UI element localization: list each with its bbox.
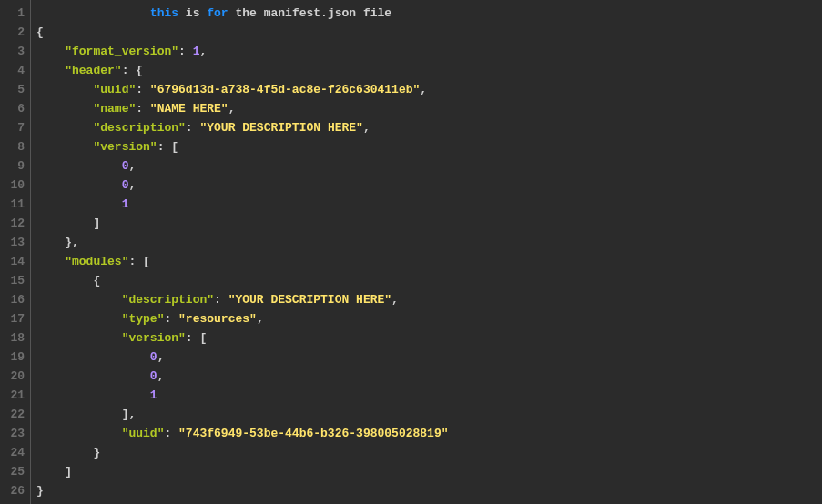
token-punc: : (136, 83, 150, 96)
code-line[interactable]: 0, (36, 176, 822, 195)
line-number: 17 (4, 309, 25, 328)
token-punc: , (391, 293, 399, 307)
token-key: "version" (93, 140, 157, 154)
token-str: "6796d13d-a738-4f5d-ac8e-f26c630411eb" (150, 83, 420, 96)
token-ind (36, 102, 93, 116)
line-number: 18 (4, 328, 25, 348)
code-line[interactable]: "type": "resources", (36, 309, 822, 328)
token-key: "uuid" (93, 83, 136, 96)
code-line[interactable]: "uuid": "743f6949-53be-44b6-b326-3980050… (36, 424, 822, 443)
token-ind (36, 140, 93, 154)
code-line[interactable]: "format_version": 1, (36, 42, 822, 61)
code-line[interactable]: "modules": [ (36, 252, 822, 271)
line-number: 10 (4, 176, 25, 195)
token-kw: for (207, 6, 228, 20)
token-str: "resources" (178, 312, 257, 326)
token-punc: } (36, 484, 44, 498)
code-line[interactable]: "description": "YOUR DESCRIPTION HERE", (36, 290, 822, 309)
token-punc: : [ (186, 331, 207, 345)
code-line[interactable]: } (36, 481, 822, 500)
code-line[interactable]: }, (36, 233, 822, 252)
code-line[interactable]: "name": "NAME HERE", (36, 99, 822, 118)
line-number: 7 (4, 118, 25, 137)
line-number: 20 (4, 367, 25, 386)
token-ind (36, 312, 122, 326)
token-punc: }, (65, 236, 79, 249)
token-punc: , (157, 369, 165, 383)
code-line[interactable]: 1 (36, 386, 822, 405)
token-ind (36, 388, 150, 402)
token-punc: { (36, 25, 44, 39)
line-number: 19 (4, 348, 25, 367)
token-punc: ] (65, 465, 72, 479)
token-str: "YOUR DESCRIPTION HERE" (228, 293, 391, 307)
token-punc: { (93, 274, 100, 287)
code-line[interactable]: 0, (36, 156, 822, 176)
token-ind (36, 465, 65, 479)
line-number: 13 (4, 233, 25, 252)
code-line[interactable]: { (36, 23, 822, 42)
token-str: "YOUR DESCRIPTION HERE" (199, 121, 362, 135)
code-line[interactable]: 1 (36, 195, 822, 214)
line-number: 6 (4, 99, 25, 118)
token-ind (36, 350, 150, 364)
token-punc: : (164, 427, 178, 440)
token-key: "description" (93, 121, 185, 135)
code-line[interactable]: "header": { (36, 61, 822, 80)
token-num: 0 (150, 350, 157, 364)
token-num: 0 (150, 369, 157, 383)
line-number: 26 (4, 481, 25, 500)
token-id: is (178, 6, 207, 20)
code-line[interactable]: } (36, 443, 822, 462)
token-ind (36, 45, 65, 58)
token-ind (36, 217, 93, 230)
line-number: 4 (4, 61, 25, 80)
token-str: "NAME HERE" (150, 102, 228, 116)
token-ind (36, 255, 65, 268)
code-line[interactable]: "version": [ (36, 137, 822, 156)
code-area[interactable]: this is for the manifest.json file{ "for… (31, 0, 822, 504)
line-number: 1 (4, 4, 25, 23)
token-punc: ], (122, 408, 137, 421)
token-punc: : { (122, 64, 143, 77)
token-punc: : [ (128, 255, 149, 268)
code-line[interactable]: 0, (36, 367, 822, 386)
token-ind (36, 293, 122, 307)
line-number: 25 (4, 462, 25, 481)
token-ind (36, 408, 122, 421)
token-punc: , (199, 45, 207, 58)
code-line[interactable]: 0, (36, 348, 822, 367)
token-ind (36, 121, 93, 135)
line-number: 3 (4, 42, 25, 61)
line-number: 11 (4, 195, 25, 214)
token-key: "description" (122, 293, 214, 307)
token-punc: , (128, 159, 136, 173)
code-line[interactable]: "uuid": "6796d13d-a738-4f5d-ac8e-f26c630… (36, 80, 822, 99)
token-str: "743f6949-53be-44b6-b326-398005028819" (178, 427, 448, 440)
line-number: 2 (4, 23, 25, 42)
token-punc: : (164, 312, 178, 326)
token-punc: : (136, 102, 150, 116)
code-line[interactable]: ], (36, 405, 822, 424)
line-number: 14 (4, 252, 25, 271)
line-number: 12 (4, 214, 25, 233)
token-ind (36, 83, 93, 96)
token-punc: } (93, 446, 100, 459)
code-line[interactable]: ] (36, 214, 822, 233)
token-key: "version" (122, 331, 186, 345)
token-ind (36, 274, 93, 287)
code-line[interactable]: { (36, 271, 822, 290)
token-key: "type" (122, 312, 165, 326)
code-line[interactable]: ] (36, 462, 822, 481)
code-editor[interactable]: 1234567891011121314151617181920212223242… (0, 0, 822, 504)
line-number: 22 (4, 405, 25, 424)
code-line[interactable]: "description": "YOUR DESCRIPTION HERE", (36, 118, 822, 137)
token-punc: : (178, 45, 193, 58)
line-number: 15 (4, 271, 25, 290)
line-number: 9 (4, 156, 25, 176)
code-line[interactable]: this is for the manifest.json file (36, 4, 822, 23)
code-line[interactable]: "version": [ (36, 328, 822, 348)
line-number: 5 (4, 80, 25, 99)
token-punc: , (157, 350, 165, 364)
token-punc: , (363, 121, 370, 135)
